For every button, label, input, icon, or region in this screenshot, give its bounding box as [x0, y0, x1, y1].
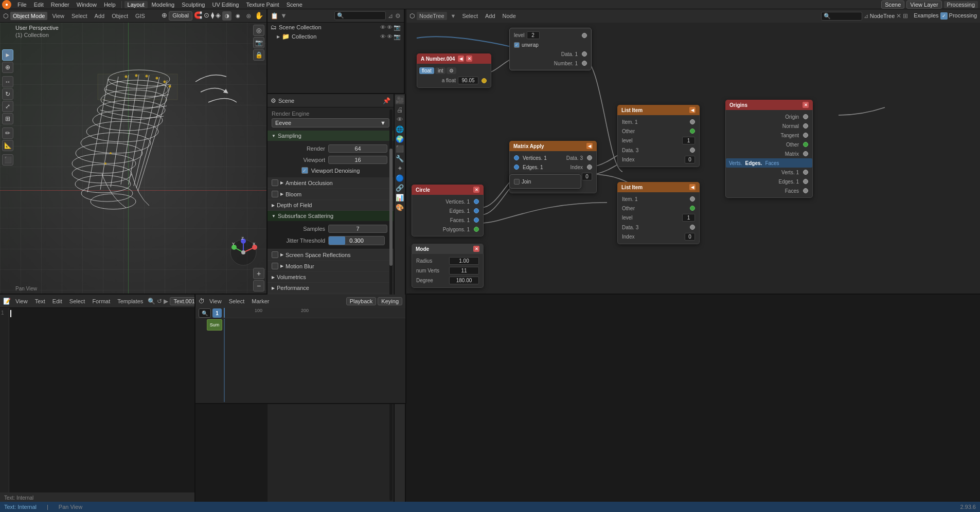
- transform-tool[interactable]: ⊞: [2, 113, 13, 124]
- node-list-item-1[interactable]: List Item ◀ Item. 1 Other level 1 Data. …: [617, 105, 700, 167]
- mode-degree-val[interactable]: 180.00: [449, 277, 479, 284]
- li1-level-val[interactable]: 1: [682, 137, 695, 144]
- node-full-btn[interactable]: ⊞: [903, 12, 908, 20]
- text-editor-content[interactable]: 1: [0, 308, 194, 492]
- node-editor-icon[interactable]: ⬡: [409, 12, 415, 20]
- node-mode[interactable]: Mode ✕ Radius 1.00 num Verts 11 Degree 1…: [412, 244, 484, 288]
- move-tool[interactable]: ↔: [2, 76, 13, 87]
- measure-tool[interactable]: 📐: [2, 140, 13, 151]
- extra-btn[interactable]: ⚙: [447, 67, 456, 74]
- prop-icon-physics[interactable]: 🔵: [395, 173, 404, 182]
- timeline-strip-sum[interactable]: Sum: [207, 319, 222, 331]
- xray-btn[interactable]: ◈: [216, 11, 221, 21]
- tab-uv-editing[interactable]: UV Editing: [209, 1, 242, 8]
- outliner-search[interactable]: 🔍: [334, 11, 386, 20]
- outliner-filter-btn[interactable]: ▼: [280, 12, 287, 20]
- node-search[interactable]: 🔍: [821, 12, 862, 21]
- prop-icon-output[interactable]: 🖨: [395, 105, 404, 114]
- view-menu[interactable]: View: [49, 12, 67, 20]
- te-format-menu[interactable]: Format: [90, 297, 113, 305]
- viewport-value[interactable]: 16: [328, 156, 387, 164]
- mode-radius-val[interactable]: 1.00: [449, 257, 479, 265]
- tab-processing[interactable]: Processing: [944, 1, 978, 8]
- te-sync-btn[interactable]: ↺: [157, 298, 162, 305]
- annotate-tool[interactable]: ✏: [2, 127, 13, 139]
- sampling-header[interactable]: ▼ Sampling: [268, 131, 394, 141]
- float-tab[interactable]: float: [419, 67, 434, 74]
- shading-material[interactable]: ◉: [233, 11, 242, 21]
- prop-icon-modifier[interactable]: 🔧: [395, 154, 404, 163]
- rotate-tool[interactable]: ↻: [2, 88, 13, 100]
- frame-indicator-search[interactable]: 🔍: [199, 308, 211, 318]
- node-origins[interactable]: Origins ✕ Origin Normal Tangent O: [725, 100, 813, 198]
- circle-close[interactable]: ✕: [473, 187, 479, 193]
- scale-tool[interactable]: ⤢: [2, 101, 13, 112]
- menu-render[interactable]: Render: [48, 1, 73, 8]
- node-view-btn[interactable]: ▼: [449, 13, 458, 19]
- timeline-strips[interactable]: Sum: [195, 318, 405, 403]
- list-item-1-arrow[interactable]: ◀: [689, 107, 696, 113]
- ma-index-val[interactable]: 0: [582, 173, 592, 180]
- properties-editor-icon[interactable]: ⚙: [271, 97, 276, 104]
- scene-name-input[interactable]: Scene: [881, 1, 904, 9]
- view-camera-btn[interactable]: 📷: [253, 37, 264, 48]
- tab-sculpting[interactable]: Sculpting: [179, 1, 208, 8]
- ssr-checkbox[interactable]: [272, 251, 278, 258]
- add-cube-tool[interactable]: ⬛: [2, 154, 13, 166]
- prop-icon-material[interactable]: 🎨: [395, 203, 404, 212]
- keying-selector[interactable]: Keying: [378, 297, 402, 305]
- prop-icon-scene[interactable]: 🌐: [395, 124, 404, 134]
- ao-checkbox[interactable]: [272, 179, 278, 186]
- node-a-number-close[interactable]: ✕: [466, 56, 472, 62]
- vol-header[interactable]: ▶ Volumetrics: [268, 272, 394, 282]
- prop-icon-render[interactable]: 🎥: [395, 95, 404, 104]
- view-lock-btn[interactable]: 🔒: [253, 49, 264, 61]
- prop-icon-particles[interactable]: ✦: [395, 163, 404, 173]
- te-search-btn[interactable]: 🔍: [148, 298, 155, 305]
- list-item-2-arrow[interactable]: ◀: [689, 184, 696, 190]
- perf-header[interactable]: ▶ Performance: [268, 283, 394, 293]
- node-close-btn[interactable]: ✕: [896, 12, 901, 20]
- view-layer-input[interactable]: View Layer: [906, 1, 941, 9]
- 3dview-editor-icon[interactable]: ⬡: [3, 12, 8, 20]
- select-tool[interactable]: ►: [2, 49, 13, 61]
- te-file-selector[interactable]: Text.001: [170, 297, 195, 305]
- timeline-select-btn[interactable]: Select: [226, 297, 247, 305]
- join-checkbox[interactable]: [514, 179, 520, 185]
- te-edit-menu[interactable]: Edit: [50, 297, 65, 305]
- text-editor-icon[interactable]: 📝: [3, 298, 11, 305]
- zoom-in-btn[interactable]: +: [253, 268, 264, 279]
- te-run-btn[interactable]: ▶: [164, 298, 168, 305]
- render-engine-dropdown[interactable]: Eevee ▼: [272, 118, 389, 127]
- menu-file[interactable]: File: [14, 1, 30, 8]
- li2-level-val[interactable]: 1: [682, 214, 695, 222]
- level-value[interactable]: 2: [527, 31, 540, 39]
- prop-icon-constraints[interactable]: 🔗: [395, 183, 404, 192]
- sss-header[interactable]: ▼ Subsurface Scattering: [268, 211, 394, 221]
- overlay-btn[interactable]: ⧫: [211, 11, 214, 21]
- outliner-settings-icon[interactable]: ⚙: [395, 12, 401, 20]
- mode-selector[interactable]: Object Mode: [10, 12, 47, 20]
- int-tab[interactable]: int: [435, 67, 446, 74]
- bloom-header[interactable]: ▶ Bloom: [268, 189, 394, 199]
- timeline-marker-btn[interactable]: Marker: [249, 297, 272, 305]
- viewport-bg[interactable]: User Perspective (1) Collection ► ⊕ ↔ ↻ …: [0, 23, 266, 294]
- add-menu[interactable]: Add: [92, 12, 108, 20]
- li1-index-val[interactable]: 0: [685, 156, 695, 163]
- mode-numverts-val[interactable]: 11: [449, 267, 479, 275]
- mb-header[interactable]: ▶ Motion Blur: [268, 261, 394, 271]
- bloom-checkbox[interactable]: [272, 191, 278, 197]
- unwrap-checkbox[interactable]: ✓: [514, 42, 520, 48]
- node-editor-type[interactable]: NodeTree: [417, 12, 447, 20]
- mode-close[interactable]: ✕: [473, 246, 479, 252]
- te-view-menu[interactable]: View: [13, 297, 30, 305]
- gis-menu[interactable]: GIS: [133, 12, 148, 20]
- shading-solid[interactable]: ◑: [222, 11, 231, 21]
- prop-icon-object[interactable]: ⬛: [395, 144, 404, 153]
- playback-selector[interactable]: Playback: [346, 297, 377, 305]
- dof-header[interactable]: ▶ Depth of Field: [268, 200, 394, 210]
- li2-index-val[interactable]: 0: [685, 233, 695, 241]
- blender-logo[interactable]: ●: [2, 0, 11, 9]
- node-a-number[interactable]: A Number.004 ◀ ✕ float int ⚙ a float 90.…: [417, 53, 491, 88]
- timeline-icon[interactable]: ⏱: [199, 298, 205, 305]
